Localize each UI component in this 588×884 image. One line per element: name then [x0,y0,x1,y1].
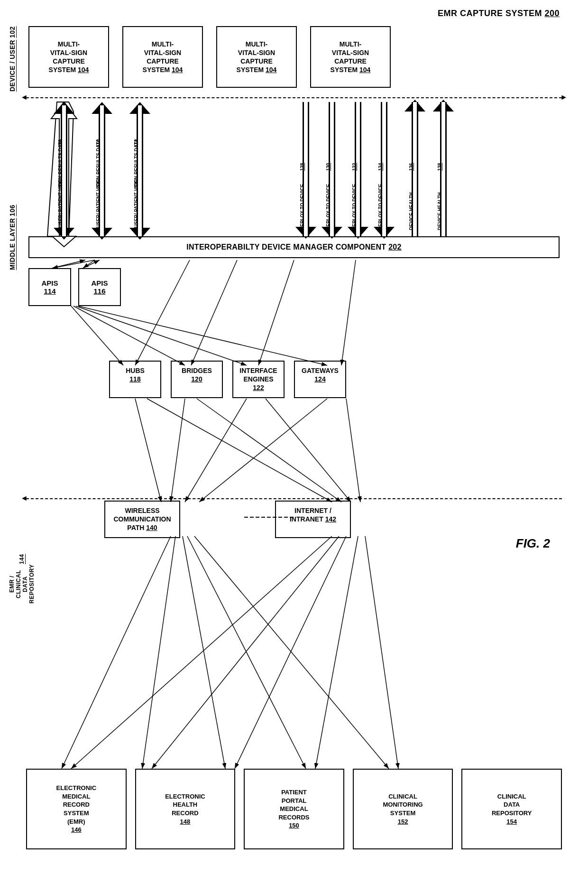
svg-text:130: 130 [326,163,331,171]
vital-box-2: MULTI-VITAL-SIGNCAPTURESYSTEM 104 [122,26,203,88]
ehr-box: ELECTRONICHEALTHRECORD148 [135,769,236,849]
svg-line-81 [194,536,389,769]
svg-line-62 [191,260,237,365]
svg-text:134: 134 [378,163,383,171]
vert-arrow-108 [54,102,74,240]
svg-text:USER/ PATIENT VITAL: USER/ PATIENT VITAL [96,177,101,228]
svg-line-77 [62,536,171,769]
dashed-line-mid [26,498,562,499]
svg-text:USER/ PATIENT VITAL: USER/ PATIENT VITAL [134,177,139,228]
svg-text:112: 112 [134,139,139,147]
svg-text:128: 128 [300,163,305,171]
svg-line-73 [185,399,247,502]
patient-portal-box: PATIENTPORTALMEDICALRECORDS150 [244,769,344,849]
api-box-1: APIS114 [28,268,71,306]
vert-arrow-128 [295,102,316,239]
svg-line-86 [365,536,398,769]
emr-clinical-label: EMR /CLINICALDATAREPOSITORY144 [9,517,35,641]
network-row: HUBS118 BRIDGES120 INTERFACEENGINES122 G… [109,361,560,398]
middle-layer-label: MIDDLE LAYER 106 [9,114,16,361]
svg-text:SIGN RESULTS DATA: SIGN RESULTS DATA [96,139,101,187]
emr-capture-label: EMR CAPTURE SYSTEM 200 [438,9,560,19]
svg-line-66 [74,306,185,365]
wireless-box: WIRELESSCOMMUNICATIONPATH 140 [104,501,180,538]
vert-arrow-130 [322,102,342,239]
clinical-data-repo-box: CLINICALDATAREPOSITORY154 [461,769,562,849]
svg-line-85 [315,536,358,769]
emr-box: ELECTRONICMEDICALRECORDSYSTEM(EMR) 146 [26,769,127,849]
device-user-text: DEVICE / USER [9,40,16,92]
svg-text:DEVICE HEALTH: DEVICE HEALTH [409,192,414,230]
vital-box-3: MULTI-VITAL-SIGNCAPTURESYSTEM 104 [216,26,297,88]
api-box-2: APIS116 [78,268,121,306]
svg-line-63 [258,260,294,365]
svg-line-69 [135,399,161,502]
vert-arrow-110 [92,102,112,240]
svg-line-64 [341,260,356,365]
svg-line-65 [71,306,123,365]
svg-line-71 [171,399,185,502]
svg-line-57 [52,260,95,268]
svg-line-75 [199,399,327,502]
svg-line-58 [83,260,95,268]
svg-text:132: 132 [352,163,357,171]
svg-marker-11 [92,102,112,114]
svg-text:SIGN RESULTS DATA: SIGN RESULTS DATA [134,139,139,187]
svg-line-83 [152,536,339,769]
device-user-label: DEVICE / USER 102 [9,26,16,92]
svg-line-74 [266,399,351,502]
vert-arrow-132 [348,102,368,239]
vert-arrow-112 [129,102,150,240]
svg-text:DEPLOY TO DEVICE: DEPLOY TO DEVICE [300,184,305,230]
svg-line-82 [71,536,332,769]
svg-text:108: 108 [58,139,63,147]
svg-text:DEPLOY TO DEVICE: DEPLOY TO DEVICE [378,184,383,230]
arrow-108 [47,102,77,247]
device-user-ref: 102 [9,26,16,38]
comm-row: WIRELESSCOMMUNICATIONPATH 140 INTERNET /… [104,501,560,538]
bottom-row: ELECTRONICMEDICALRECORDSYSTEM(EMR) 146 E… [26,769,562,849]
svg-text:DEVICE HEALTH: DEVICE HEALTH [437,192,442,230]
svg-marker-34 [433,100,454,112]
apis-area: APIS114 APIS116 [28,268,121,306]
internet-box: INTERNET /INTRANET 142 [275,501,351,538]
svg-line-61 [135,260,190,365]
svg-text:138: 138 [437,163,442,171]
svg-line-67 [76,306,247,365]
svg-line-70 [147,399,332,502]
svg-text:110: 110 [96,139,101,147]
vital-sign-row: MULTI-VITAL-SIGNCAPTURESYSTEM 104 MULTI-… [28,26,560,88]
svg-line-79 [183,536,225,769]
middle-layer-text: MIDDLE LAYER [9,218,16,270]
gateways-box: GATEWAYS124 [294,361,346,398]
svg-marker-15 [129,102,150,114]
vert-arrow-136 [404,100,425,236]
interface-engines-box: INTERFACEENGINES122 [232,361,285,398]
vert-arrow-134 [374,102,395,239]
interop-box: INTEROPERABILTY DEVICE MANAGER COMPONENT… [28,236,560,258]
dashed-line-top [26,97,562,98]
bridges-box: BRIDGES120 [171,361,223,398]
svg-line-59 [52,260,85,268]
svg-line-78 [142,536,175,769]
svg-line-80 [187,536,306,769]
vital-box-1: MULTI-VITAL-SIGNCAPTURESYSTEM 104 [28,26,109,88]
fig-label: FIG. 2 [516,536,550,551]
svg-text:SIGN RESULTS DATA: SIGN RESULTS DATA [58,139,63,187]
svg-line-68 [78,306,327,365]
hubs-box: HUBS118 [109,361,161,398]
svg-line-72 [197,399,341,502]
svg-text:DEPLOY TO DEVICE: DEPLOY TO DEVICE [352,184,357,230]
svg-text:DEPLOY TO DEVICE: DEPLOY TO DEVICE [326,184,331,230]
svg-overlay: USER/ PATIENT VITAL SIGN RESULTS DATA 10… [0,0,588,884]
svg-line-60 [83,260,100,268]
svg-text:136: 136 [409,163,414,171]
svg-line-84 [235,536,346,769]
vert-arrow-138 [433,100,454,236]
emr-capture-ref: 200 [544,9,560,18]
interop-ref: 202 [388,243,402,251]
svg-text:USER/ PATIENT VITAL: USER/ PATIENT VITAL [58,177,63,228]
svg-line-76 [346,399,360,502]
diagram-container: EMR CAPTURE SYSTEM 200 DEVICE / USER 102… [0,0,588,884]
svg-marker-7 [54,102,74,114]
